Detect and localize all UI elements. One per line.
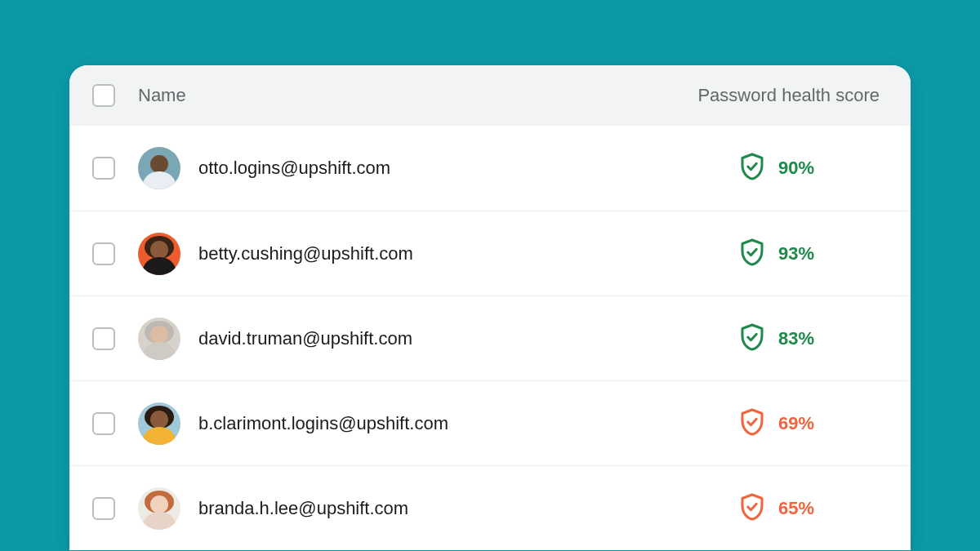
user-email: b.clarimont.logins@upshift.com: [198, 413, 737, 434]
score-value: 65%: [778, 498, 821, 519]
user-email: david.truman@upshift.com: [198, 328, 737, 349]
column-header-score: Password health score: [697, 85, 888, 106]
score-value: 69%: [778, 413, 821, 434]
score-cell: 93%: [737, 238, 888, 270]
select-all-checkbox[interactable]: [92, 84, 115, 107]
score-cell: 69%: [737, 407, 888, 440]
table-row[interactable]: david.truman@upshift.com 83%: [69, 295, 911, 380]
score-cell: 65%: [737, 492, 888, 525]
row-checkbox[interactable]: [92, 327, 115, 350]
table-row[interactable]: branda.h.lee@upshift.com 65%: [69, 465, 911, 550]
shield-check-icon: [737, 152, 767, 184]
shield-check-icon: [737, 322, 767, 355]
score-value: 90%: [778, 158, 821, 179]
row-checkbox[interactable]: [92, 497, 115, 520]
avatar: [138, 233, 180, 275]
avatar: [138, 487, 180, 530]
column-header-name: Name: [138, 85, 697, 106]
shield-check-icon: [737, 238, 767, 270]
avatar: [138, 402, 180, 445]
table-header: Name Password health score: [69, 65, 911, 126]
user-email: otto.logins@upshift.com: [198, 158, 737, 179]
table-row[interactable]: betty.cushing@upshift.com 93%: [69, 211, 911, 295]
score-value: 93%: [778, 243, 821, 264]
row-checkbox[interactable]: [92, 157, 115, 180]
table-row[interactable]: b.clarimont.logins@upshift.com 69%: [69, 380, 911, 465]
score-cell: 90%: [737, 152, 888, 184]
shield-check-icon: [737, 492, 767, 525]
avatar: [138, 147, 180, 189]
shield-check-icon: [737, 407, 767, 440]
user-health-table: Name Password health score otto.logins@u…: [69, 65, 911, 550]
score-value: 83%: [778, 328, 821, 349]
score-cell: 83%: [737, 322, 888, 355]
user-email: betty.cushing@upshift.com: [198, 243, 737, 264]
row-checkbox[interactable]: [92, 412, 115, 435]
avatar: [138, 318, 180, 360]
row-checkbox[interactable]: [92, 242, 115, 265]
table-row[interactable]: otto.logins@upshift.com 90%: [69, 126, 911, 211]
user-email: branda.h.lee@upshift.com: [198, 498, 737, 519]
